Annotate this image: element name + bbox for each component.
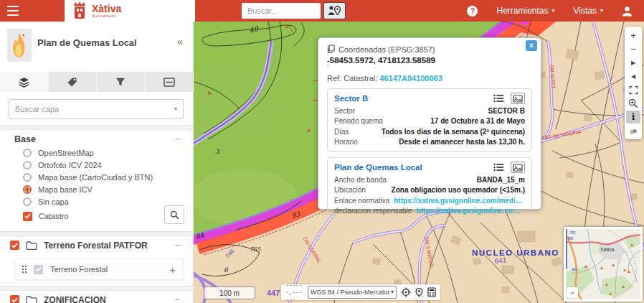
divider: [0, 231, 193, 236]
basemap-option-mapa-base-icv[interactable]: Mapa base ICV: [23, 185, 93, 195]
logo-subtitle: Ajuntament: [92, 14, 121, 19]
street-locator-button[interactable]: [323, 2, 346, 19]
feature-title[interactable]: Sector B: [334, 94, 487, 103]
caret-down-icon: ▾: [552, 8, 555, 14]
option-label: Sin capa: [38, 197, 69, 206]
drag-handle-icon[interactable]: [22, 266, 24, 267]
pan-east-button[interactable]: ▶: [626, 56, 640, 69]
zoom-out-button[interactable]: −: [626, 42, 640, 55]
tools-menu-label: Herramientas: [496, 6, 548, 16]
clear-selection-button[interactable]: [626, 124, 640, 137]
calculator-icon: [427, 287, 436, 297]
zoom-box-button[interactable]: [626, 97, 640, 110]
sidebar-collapse-button[interactable]: «: [177, 35, 183, 47]
collapse-section-icon[interactable]: −: [174, 134, 180, 144]
list-icon: [493, 94, 504, 103]
tab-legend[interactable]: [146, 72, 194, 92]
coordinates-label: Coordenadas (EPSG:3857): [338, 45, 435, 54]
minimap-road-label: 795: [569, 230, 576, 235]
app-logo[interactable]: Xàtiva Ajuntament: [65, 0, 195, 22]
minimap-toggle-button[interactable]: »: [567, 287, 578, 298]
fullscreen-button[interactable]: [626, 83, 640, 96]
overview-minimap[interactable]: Xàtiva 795 796 402 »: [564, 227, 643, 302]
radio-icon[interactable]: [23, 197, 32, 206]
attr-value: 17 de Octubre a 31 de Mayo: [430, 117, 525, 125]
radio-selected-icon[interactable]: [23, 185, 32, 194]
radio-icon[interactable]: [23, 149, 32, 157]
catastro-search-button[interactable]: [164, 205, 184, 224]
road-number-label: 447: [267, 289, 280, 297]
basemap-option-openstreetmap[interactable]: OpenStreetMap: [23, 148, 94, 158]
attr-value: Zona obligacion uso quemador (<15m.): [392, 186, 525, 194]
person-pin-icon: [328, 5, 341, 17]
folder-icon: [26, 295, 37, 303]
pan-west-button[interactable]: ◀: [626, 70, 640, 83]
menu-icon[interactable]: [7, 6, 20, 16]
layer-item-terreno-forestal[interactable]: Terreno Forestal +: [14, 258, 184, 280]
radio-icon[interactable]: [23, 161, 32, 169]
layer-search-select[interactable]: Buscar capa ▾: [9, 99, 184, 119]
map-toolbar: + − ▶ ◀ i: [625, 27, 642, 139]
search-input[interactable]: [242, 3, 321, 19]
user-icon[interactable]: [622, 6, 633, 17]
attr-link-value[interactable]: https://xativa.gvsigonline.com/media/dat…: [416, 207, 525, 215]
feature-title[interactable]: Plan de Quemas Local: [334, 163, 487, 172]
collapse-section-icon[interactable]: −: [174, 294, 180, 303]
projection-select[interactable]: WGS 84 / Pseudo-Mercator ▾: [308, 286, 397, 299]
overlay-option-catastro[interactable]: Catastro: [23, 211, 69, 221]
tab-layers[interactable]: [0, 72, 49, 92]
sidebar-tabs: [0, 72, 194, 92]
map-viewport[interactable]: 40 83 84 765 6 3 b a c 447 641 746 NUCLE…: [194, 22, 644, 303]
attr-label: declaracion responsable: [334, 207, 412, 215]
attribute-list-button[interactable]: [493, 94, 504, 103]
logo-title: Xàtiva: [92, 4, 121, 14]
attr-label: Ubicación: [334, 186, 366, 194]
radio-icon[interactable]: [23, 173, 32, 182]
group-title[interactable]: Terreno Forestal PATFOR: [44, 241, 168, 251]
tab-filter[interactable]: [97, 72, 146, 92]
xativa-crest-icon: [72, 1, 87, 20]
coordinates-value: -58453.5972, 4718123.58589: [327, 56, 532, 65]
copy-icon[interactable]: [327, 45, 335, 54]
mouse-coordinates: ------,------: [285, 281, 303, 303]
measure-calculator-button[interactable]: [427, 287, 436, 297]
attribute-list-button[interactable]: [493, 163, 504, 172]
topbar-menu: ? Herramientas ▾ Vistas ▾: [467, 0, 644, 22]
cadastral-ref-link[interactable]: 46147A04100063: [379, 74, 442, 83]
expand-layer-icon[interactable]: +: [169, 264, 176, 276]
layers-sidebar: Plan de Quemas Local «: [0, 22, 194, 303]
basemap-option-ortofoto-icv[interactable]: Ortofoto ICV 2024: [23, 160, 102, 170]
group-title[interactable]: ZONIFICACION: [44, 295, 168, 303]
tools-menu[interactable]: Herramientas ▾: [496, 6, 554, 16]
tab-tags[interactable]: [49, 72, 98, 92]
basemap-option-cartociudad[interactable]: Mapa base (CartoCiudad y BTN): [23, 172, 153, 182]
views-menu[interactable]: Vistas ▾: [574, 6, 603, 16]
checkbox-checked-icon[interactable]: [23, 212, 32, 221]
group-terreno-forestal-patfor: Terreno Forestal PATFOR −: [10, 240, 180, 251]
option-label: Mapa base ICV: [38, 185, 93, 194]
center-target-button[interactable]: [401, 287, 411, 297]
flame-icon: [11, 32, 27, 58]
help-icon[interactable]: ?: [467, 6, 478, 17]
minimap-city-label: Xàtiva: [600, 247, 615, 252]
close-icon[interactable]: ×: [526, 40, 537, 51]
checkbox-checked-icon[interactable]: [10, 295, 19, 303]
attr-link-value[interactable]: https://xativa.gvsigonline.com/media/dat…: [394, 197, 525, 205]
attachments-button[interactable]: [511, 162, 525, 173]
checkbox-checked-icon[interactable]: [10, 241, 19, 250]
road-number-label: 641: [494, 256, 507, 265]
burn-plan-thumbnail: [7, 29, 32, 62]
checkbox-disabled-icon[interactable]: [34, 265, 43, 274]
list-icon: [493, 163, 504, 172]
coordinate-bar: ------,------ WGS 84 / Pseudo-Mercator ▾: [281, 284, 440, 300]
zoom-in-button[interactable]: +: [626, 29, 640, 42]
feature-card-plan-de-quemas: Plan de Quemas Local: [327, 157, 532, 220]
eraser-icon: [628, 126, 638, 135]
basemap-option-sin-capa[interactable]: Sin capa: [23, 197, 69, 207]
degree-mark: º: [327, 65, 532, 68]
attachments-button[interactable]: [511, 93, 525, 104]
attr-label: Horario: [334, 138, 358, 146]
go-to-coordinate-button[interactable]: [415, 287, 423, 297]
feature-info-tool-button[interactable]: i: [626, 111, 640, 123]
collapse-section-icon[interactable]: −: [174, 240, 180, 251]
